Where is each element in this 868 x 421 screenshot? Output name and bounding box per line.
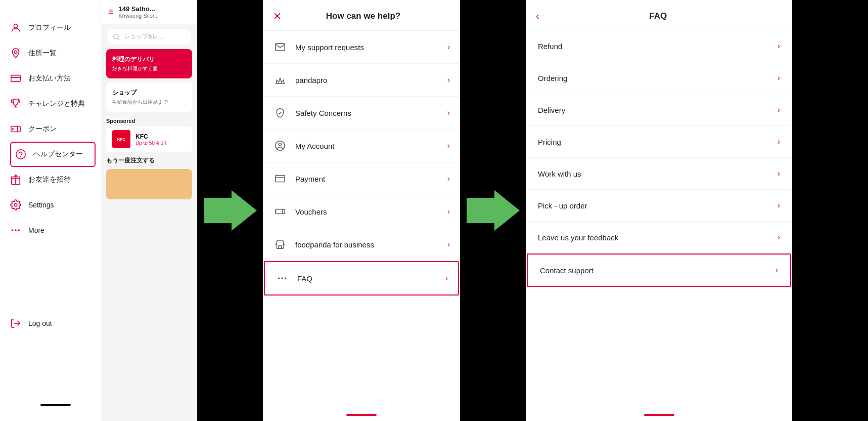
- svg-point-6: [13, 129, 14, 130]
- sidebar-item-label: チャレンジと特典: [28, 99, 85, 108]
- dots-icon: [10, 225, 21, 236]
- card-payment-icon: [273, 172, 287, 186]
- sidebar-item-coupons[interactable]: クーポン: [10, 116, 101, 142]
- svg-rect-21: [276, 176, 285, 182]
- help-item-my-account[interactable]: My Account ›: [263, 130, 460, 162]
- help-item-vouchers[interactable]: Vouchers ›: [263, 195, 460, 228]
- bottom-bar: [644, 414, 674, 416]
- account-circle-icon: [273, 139, 287, 153]
- faq-item-refund[interactable]: Refund ›: [526, 30, 792, 62]
- help-icon: [15, 149, 26, 160]
- kfc-info: KFC Up to 50% off: [135, 133, 166, 146]
- sidebar-item-settings[interactable]: Settings: [10, 192, 101, 218]
- crown-icon: [273, 73, 287, 87]
- faq-item-label: Contact support: [540, 266, 775, 275]
- help-item-label: My support requests: [295, 43, 447, 52]
- help-item-safety[interactable]: Safety Concerns ›: [263, 97, 460, 130]
- chevron-right-icon: ›: [778, 105, 780, 114]
- sidebar-item-label: More: [28, 226, 44, 234]
- svg-point-1: [14, 51, 17, 54]
- sidebar-item-address[interactable]: 住所一覧: [10, 40, 101, 66]
- panel-faq: ‹ FAQ Refund › Ordering › Delivery › Pri…: [526, 0, 792, 421]
- faq-item-pricing[interactable]: Pricing ›: [526, 126, 792, 158]
- chevron-right-icon: ›: [775, 266, 778, 275]
- arrow-2: [460, 0, 526, 421]
- svg-point-16: [114, 34, 118, 38]
- help-item-label: My Account: [295, 142, 447, 150]
- help-item-payment[interactable]: Payment ›: [263, 162, 460, 195]
- svg-point-14: [18, 229, 20, 231]
- sidebar-item-more[interactable]: More: [10, 218, 101, 243]
- hamburger-icon: ≡: [108, 7, 114, 17]
- help-center-title: How can we help?: [287, 11, 450, 21]
- chevron-right-icon: ›: [778, 73, 780, 82]
- faq-item-work-with-us[interactable]: Work with us ›: [526, 158, 792, 190]
- safety-icon: [273, 106, 287, 120]
- bottom-bar: [346, 414, 377, 416]
- help-header: ✕ How can we help?: [263, 0, 460, 31]
- faq-item-delivery[interactable]: Delivery ›: [526, 94, 792, 126]
- svg-point-20: [279, 143, 282, 146]
- user-icon: [10, 22, 21, 33]
- logout-icon: [10, 318, 21, 329]
- gear-icon: [10, 199, 21, 210]
- sidebar-item-label: プロフィール: [28, 23, 71, 32]
- kfc-card: KFC KFC Up to 50% off: [106, 126, 192, 152]
- search-placeholder: ショップ&レ...: [124, 32, 163, 41]
- sidebar-item-label: お支払い方法: [28, 74, 71, 83]
- chevron-right-icon: ›: [447, 43, 450, 52]
- faq-item-feedback[interactable]: Leave us your feedback ›: [526, 222, 792, 254]
- help-item-support-requests[interactable]: My support requests ›: [263, 31, 460, 64]
- faq-item-contact-support[interactable]: Contact support ›: [527, 254, 791, 287]
- food-thumbnail: [106, 169, 192, 199]
- help-item-label: Payment: [295, 175, 447, 183]
- trophy-icon: [10, 98, 21, 109]
- app-address: 149 Satho...: [119, 5, 159, 13]
- sidebar-item-label: Settings: [28, 201, 54, 209]
- sidebar-item-profile[interactable]: プロフィール: [10, 15, 101, 40]
- faq-item-pickup[interactable]: Pick - up order ›: [526, 190, 792, 222]
- faq-title: FAQ: [544, 11, 782, 21]
- svg-rect-23: [276, 209, 285, 214]
- faq-item-label: Delivery: [538, 106, 778, 114]
- sidebar-item-help[interactable]: ヘルプセンター: [10, 142, 96, 167]
- sidebar-item-label: クーポン: [28, 124, 57, 134]
- search-icon: [113, 33, 120, 40]
- help-item-pandapro[interactable]: pandapro ›: [263, 64, 460, 97]
- shop-title: ショップ: [112, 89, 186, 97]
- sponsored-label: Sponsored: [101, 116, 197, 126]
- sidebar-item-challenges[interactable]: チャレンジと特典: [10, 91, 101, 116]
- kfc-name: KFC: [135, 133, 166, 140]
- faq-item-label: Pick - up order: [538, 201, 778, 210]
- app-banner: 料理のデリバリ 好きな料理がすく届: [106, 49, 192, 78]
- app-sub-address: Khwaeng Silor...: [119, 13, 159, 19]
- help-item-business[interactable]: foodpanda for business ›: [263, 228, 460, 261]
- chevron-right-icon: ›: [778, 41, 780, 51]
- envelope-icon: [273, 40, 287, 54]
- chevron-right-icon: ›: [445, 274, 448, 283]
- sidebar-item-logout[interactable]: Log out: [10, 311, 101, 336]
- voucher-icon: [273, 204, 287, 219]
- faq-item-label: Refund: [538, 42, 778, 51]
- faq-item-ordering[interactable]: Ordering ›: [526, 62, 792, 94]
- faq-header: ‹ FAQ: [526, 0, 792, 30]
- svg-rect-18: [276, 44, 285, 51]
- chevron-right-icon: ›: [778, 201, 780, 210]
- help-item-faq[interactable]: FAQ ›: [264, 261, 459, 296]
- shop-sub: 生鮮食品から日用品まで: [112, 99, 186, 106]
- svg-point-26: [281, 277, 283, 279]
- kfc-deal: Up to 50% off: [135, 140, 166, 146]
- sidebar-item-label: お友達を招待: [28, 175, 71, 184]
- sidebar-item-invite[interactable]: お友達を招待: [10, 167, 101, 192]
- help-item-label: foodpanda for business: [295, 240, 447, 249]
- app-search-bar[interactable]: ショップ&レ...: [106, 28, 192, 45]
- close-button[interactable]: ✕: [273, 10, 282, 22]
- sidebar-item-payment[interactable]: お支払い方法: [10, 66, 101, 91]
- back-button[interactable]: ‹: [536, 10, 539, 22]
- chevron-right-icon: ›: [447, 75, 450, 85]
- chevron-right-icon: ›: [778, 233, 780, 242]
- tag-icon: [10, 123, 21, 135]
- banner-sub: 好きな料理がすく届: [112, 65, 186, 72]
- gift-icon: [10, 174, 21, 185]
- dots-small-icon: [275, 271, 289, 285]
